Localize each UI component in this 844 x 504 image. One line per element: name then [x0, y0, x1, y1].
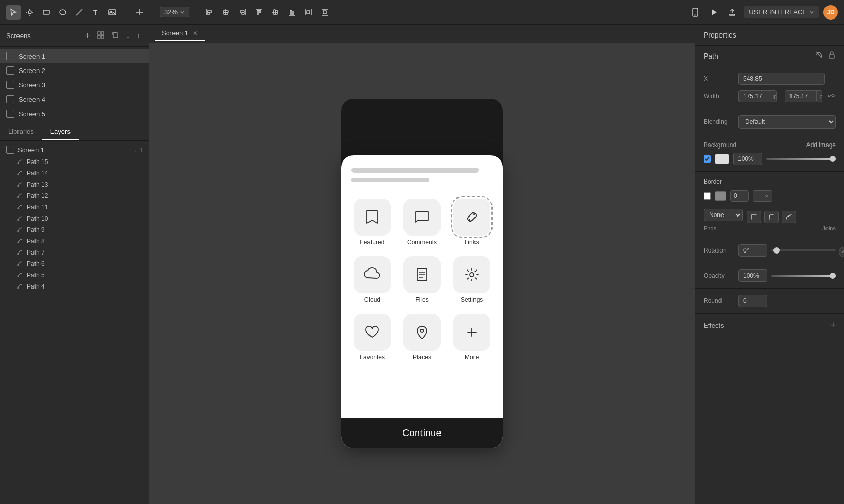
icon-cell-favorites[interactable]: Favorites	[347, 309, 397, 366]
select-tool[interactable]	[6, 5, 21, 20]
layer-item-path14[interactable]: Path 14	[0, 168, 149, 179]
distribute-h-btn[interactable]	[301, 5, 315, 20]
text-tool[interactable]: T	[89, 5, 103, 20]
screens-title: Screens	[6, 32, 31, 40]
collapse-sidebar-btn[interactable]	[839, 247, 844, 257]
scale-tool[interactable]	[23, 5, 37, 20]
icon-cell-featured[interactable]: Featured	[347, 193, 397, 251]
ends-label: Ends	[704, 225, 716, 231]
border-style-dropdown[interactable]: —	[753, 190, 772, 202]
svg-point-43	[420, 329, 424, 332]
bg-checkbox[interactable]	[704, 155, 711, 163]
icon-cell-places[interactable]: Places	[397, 309, 447, 366]
opacity-input[interactable]	[738, 269, 767, 282]
share-btn[interactable]	[725, 5, 740, 20]
align-bottom-btn[interactable]	[285, 5, 299, 20]
svg-point-42	[470, 273, 474, 277]
add-image-btn[interactable]: Add image	[806, 141, 836, 149]
opacity-slider[interactable]	[771, 275, 836, 277]
width-input[interactable]	[739, 91, 770, 102]
align-center-h-btn[interactable]	[219, 5, 233, 20]
bg-opacity-slider[interactable]	[766, 158, 836, 160]
layer-item-path8[interactable]: Path 8	[0, 236, 149, 247]
bg-opacity-thumb	[830, 156, 836, 162]
layer-item-path9[interactable]: Path 9	[0, 224, 149, 236]
lock-toggle-btn[interactable]	[828, 51, 836, 61]
image-tool[interactable]	[105, 5, 119, 20]
screen-copy-btn[interactable]	[110, 30, 121, 41]
layer-screen-1[interactable]: Screen 1 ↓ ↑	[0, 143, 149, 156]
layer-sort-down-btn[interactable]: ↓	[134, 146, 137, 153]
screen-item-5[interactable]: Screen 5	[0, 106, 149, 121]
rotation-slider[interactable]	[771, 249, 836, 251]
rotation-input[interactable]	[738, 244, 767, 257]
screen-item-4[interactable]: Screen 4	[0, 92, 149, 106]
align-top-btn[interactable]	[252, 5, 266, 20]
align-right-btn[interactable]	[235, 5, 250, 20]
join-btn-3[interactable]	[782, 211, 796, 223]
border-checkbox[interactable]	[704, 192, 711, 200]
screen-grid-btn[interactable]	[95, 30, 107, 41]
main-layout: Screens + ↓ ↑ Screen 1 Screen 2	[0, 25, 844, 504]
rectangle-tool[interactable]	[39, 5, 54, 20]
icon-cell-files[interactable]: Files	[397, 251, 447, 309]
play-btn[interactable]	[707, 5, 721, 20]
width-input-group: px	[738, 90, 777, 102]
canvas-tab-screen1[interactable]: Screen 1 ✕	[155, 26, 205, 41]
screen-item-2[interactable]: Screen 2	[0, 63, 149, 78]
path-icon	[16, 158, 24, 166]
bg-opacity-input[interactable]	[733, 153, 762, 165]
layer-sort-up-btn[interactable]: ↑	[139, 146, 143, 153]
screen-item-3[interactable]: Screen 3	[0, 78, 149, 92]
ellipse-tool[interactable]	[56, 5, 70, 20]
screen-item-1[interactable]: Screen 1	[0, 49, 149, 63]
zoom-control[interactable]: 32%	[160, 7, 189, 17]
icon-cell-cloud[interactable]: Cloud	[347, 251, 397, 309]
layer-item-path7[interactable]: Path 7	[0, 247, 149, 258]
layer-item-path13[interactable]: Path 13	[0, 179, 149, 190]
tab-libraries[interactable]: Libraries	[0, 123, 42, 140]
add-component-tool[interactable]	[132, 5, 147, 20]
tab-layers[interactable]: Layers	[42, 123, 79, 140]
path-icon	[16, 249, 24, 256]
mobile-preview-btn[interactable]	[688, 5, 702, 20]
icon-cell-comments[interactable]: Comments	[397, 193, 447, 251]
layer-item-path10[interactable]: Path 10	[0, 213, 149, 224]
layer-item-path4[interactable]: Path 4	[0, 281, 149, 292]
sort-desc-btn[interactable]: ↑	[135, 30, 143, 41]
icon-cell-links[interactable]: Links	[447, 193, 497, 251]
add-effect-btn[interactable]: +	[830, 320, 836, 331]
layer-item-path12[interactable]: Path 12	[0, 190, 149, 202]
blending-section: Blending Default Multiply Screen Overlay	[695, 109, 844, 135]
link-wh-btn[interactable]	[827, 91, 836, 102]
layer-item-path11[interactable]: Path 11	[0, 202, 149, 213]
bg-color-swatch[interactable]	[715, 154, 729, 164]
x-input[interactable]	[738, 73, 825, 85]
align-left-btn[interactable]	[202, 5, 217, 20]
none-select[interactable]: None Solid Dashed	[704, 209, 743, 221]
continue-button[interactable]: Continue	[341, 418, 503, 448]
canvas-tab-close-btn[interactable]: ✕	[191, 30, 199, 37]
sort-asc-btn[interactable]: ↓	[124, 30, 132, 41]
join-btn-2[interactable]	[764, 211, 779, 223]
layer-item-path15[interactable]: Path 15	[0, 156, 149, 168]
blending-select[interactable]: Default Multiply Screen Overlay	[738, 115, 836, 129]
join-btn-1[interactable]	[747, 211, 761, 223]
visibility-toggle-btn[interactable]	[815, 51, 823, 61]
distribute-v-btn[interactable]	[318, 5, 332, 20]
height-input[interactable]	[785, 91, 816, 102]
line-tool[interactable]	[72, 5, 86, 20]
layer-item-path6[interactable]: Path 6	[0, 258, 149, 269]
screen-icon-1	[6, 52, 14, 60]
icon-cell-settings[interactable]: Settings	[447, 251, 497, 309]
layer-item-path5[interactable]: Path 5	[0, 269, 149, 281]
align-center-v-btn[interactable]	[268, 5, 283, 20]
border-color-swatch[interactable]	[715, 191, 726, 201]
round-input[interactable]	[738, 295, 767, 307]
user-interface-btn[interactable]: USER INTERFACE	[744, 6, 819, 18]
add-screen-btn[interactable]: +	[83, 30, 92, 41]
canvas-content[interactable]: Featured Comments	[149, 43, 695, 504]
icon-cell-more[interactable]: More	[447, 309, 497, 366]
border-width-input[interactable]	[730, 190, 749, 202]
avatar[interactable]: JD	[823, 5, 838, 20]
